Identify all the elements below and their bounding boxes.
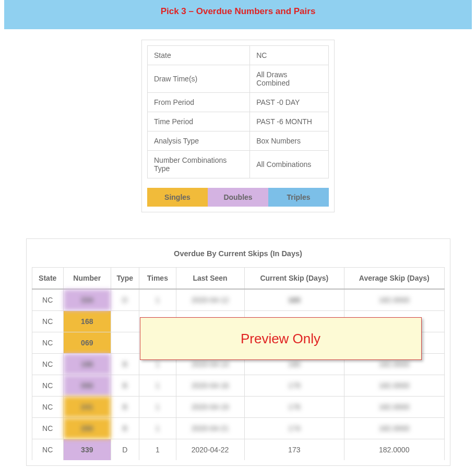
cell-state: NC	[32, 418, 63, 439]
cell-state: NC	[32, 397, 63, 418]
params-row: StateNC	[148, 46, 329, 65]
cell-lastseen: 2020-04-22	[176, 439, 244, 461]
params-table: StateNCDraw Time(s)All Draws CombinedFro…	[147, 45, 329, 178]
cell-number: 069	[63, 332, 111, 354]
cell-number: 339	[63, 439, 111, 461]
cell-curskip: 176	[244, 397, 344, 418]
cell-state: NC	[32, 332, 63, 354]
cell-avgskip: 182.0000	[344, 375, 444, 397]
page-title: Pick 3 – Overdue Numbers and Pairs	[4, 6, 472, 17]
params-value: Box Numbers	[250, 131, 329, 151]
cell-type: B	[111, 375, 139, 397]
cell-number: 241	[63, 397, 111, 418]
params-label: Draw Time(s)	[148, 65, 250, 93]
table-row: NC334D12020-04-12183182.0000	[32, 289, 444, 311]
cell-type: B	[111, 418, 139, 439]
params-row: Number Combinations TypeAll Combinations	[148, 151, 329, 178]
cell-state: NC	[32, 439, 63, 461]
params-label: State	[148, 46, 250, 65]
cell-number: 186	[63, 354, 111, 375]
cell-times: 1	[139, 439, 176, 461]
params-label: Number Combinations Type	[148, 151, 250, 178]
cell-type	[111, 332, 139, 354]
cell-times: 1	[139, 375, 176, 397]
cell-state: NC	[32, 375, 63, 397]
cell-type: D	[111, 439, 139, 461]
cell-type: D	[111, 289, 139, 311]
cell-avgskip: 182.0000	[344, 397, 444, 418]
params-row: Analysis TypeBox Numbers	[148, 131, 329, 151]
results-table: State Number Type Times Last Seen Curren…	[32, 267, 445, 460]
cell-number: 266	[63, 418, 111, 439]
cell-times: 1	[139, 397, 176, 418]
header-avgskip: Average Skip (Days)	[344, 268, 444, 290]
table-row: NC266B12020-04-21174182.0000	[32, 418, 444, 439]
cell-number: 334	[63, 289, 111, 311]
cell-curskip: 174	[244, 418, 344, 439]
cell-number: 168	[63, 311, 111, 332]
preview-overlay: Preview Only	[140, 317, 422, 360]
params-box: StateNCDraw Time(s)All Draws CombinedFro…	[141, 40, 335, 212]
cell-curskip: 183	[244, 289, 344, 311]
cell-times: 1	[139, 289, 176, 311]
cell-curskip: 179	[244, 375, 344, 397]
cell-lastseen: 2020-04-12	[176, 289, 244, 311]
cell-avgskip: 182.0000	[344, 418, 444, 439]
header-times: Times	[139, 268, 176, 290]
params-value: All Draws Combined	[250, 65, 329, 93]
tab-singles[interactable]: Singles	[147, 188, 208, 207]
params-row: From PeriodPAST -0 DAY	[148, 93, 329, 112]
cell-state: NC	[32, 289, 63, 311]
params-value: PAST -6 MONTH	[250, 112, 329, 131]
params-value: PAST -0 DAY	[250, 93, 329, 112]
params-row: Time PeriodPAST -6 MONTH	[148, 112, 329, 131]
cell-type: B	[111, 397, 139, 418]
cell-lastseen: 2020-04-16	[176, 375, 244, 397]
cell-curskip: 173	[244, 439, 344, 461]
params-label: Analysis Type	[148, 131, 250, 151]
cell-state: NC	[32, 311, 63, 332]
tab-triples[interactable]: Triples	[268, 188, 329, 207]
header-number: Number	[63, 268, 111, 290]
banner: Pick 3 – Overdue Numbers and Pairs	[4, 0, 472, 29]
params-value: NC	[250, 46, 329, 65]
results-title: Overdue By Current Skips (In Days)	[32, 244, 445, 267]
cell-avgskip: 182.0000	[344, 289, 444, 311]
params-label: Time Period	[148, 112, 250, 131]
table-row: NC066B12020-04-16179182.0000	[32, 375, 444, 397]
cell-state: NC	[32, 354, 63, 375]
cell-avgskip: 182.0000	[344, 439, 444, 461]
cell-lastseen: 2020-04-21	[176, 418, 244, 439]
header-type: Type	[111, 268, 139, 290]
header-state: State	[32, 268, 63, 290]
cell-number: 066	[63, 375, 111, 397]
cell-times: 1	[139, 418, 176, 439]
params-label: From Period	[148, 93, 250, 112]
preview-overlay-text: Preview Only	[241, 331, 320, 347]
results-box: Overdue By Current Skips (In Days) State…	[26, 238, 450, 466]
table-row: NC241B12020-04-19176182.0000	[32, 397, 444, 418]
cell-type	[111, 311, 139, 332]
header-lastseen: Last Seen	[176, 268, 244, 290]
header-curskip: Current Skip (Days)	[244, 268, 344, 290]
tab-doubles[interactable]: Doubles	[208, 188, 268, 207]
tabs: Singles Doubles Triples	[147, 188, 329, 207]
cell-type: B	[111, 354, 139, 375]
cell-lastseen: 2020-04-19	[176, 397, 244, 418]
table-row: NC339D12020-04-22173182.0000	[32, 439, 444, 461]
params-value: All Combinations	[250, 151, 329, 178]
params-row: Draw Time(s)All Draws Combined	[148, 65, 329, 93]
